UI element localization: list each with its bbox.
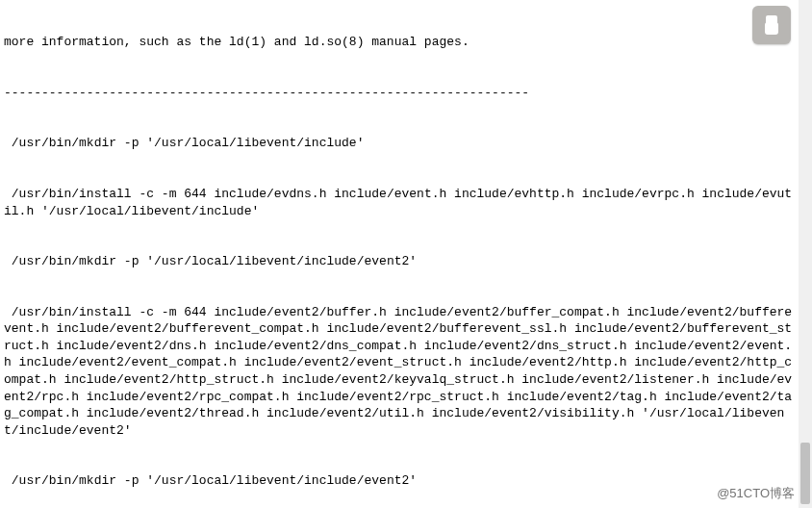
svg-rect-2 <box>773 18 774 20</box>
watermark-text: @51CTO博客 <box>717 485 795 502</box>
svg-rect-3 <box>766 23 777 34</box>
output-line: /usr/bin/install -c -m 644 include/event… <box>4 304 795 439</box>
output-line: /usr/bin/install -c -m 644 include/evdns… <box>4 186 795 219</box>
scrollbar-thumb[interactable] <box>800 443 810 504</box>
usb-device-icon[interactable] <box>752 6 791 44</box>
svg-rect-1 <box>769 18 771 20</box>
terminal-output[interactable]: more information, such as the ld(1) and … <box>0 0 799 508</box>
output-line: /usr/bin/mkdir -p '/usr/local/libevent/i… <box>4 135 795 152</box>
output-line: /usr/bin/mkdir -p '/usr/local/libevent/i… <box>4 472 795 490</box>
output-line: ----------------------------------------… <box>4 85 795 102</box>
scrollbar-track[interactable] <box>799 0 812 508</box>
output-line: more information, such as the ld(1) and … <box>4 34 795 51</box>
output-line: /usr/bin/mkdir -p '/usr/local/libevent/i… <box>4 253 795 270</box>
